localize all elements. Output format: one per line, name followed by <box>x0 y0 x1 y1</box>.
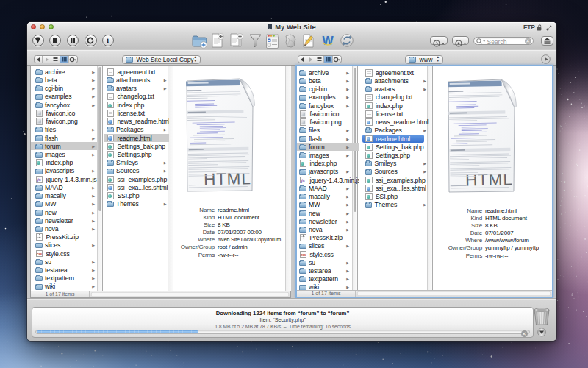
svg-text:HTML: HTML <box>204 169 251 188</box>
svg-text:HTML: HTML <box>465 170 513 189</box>
